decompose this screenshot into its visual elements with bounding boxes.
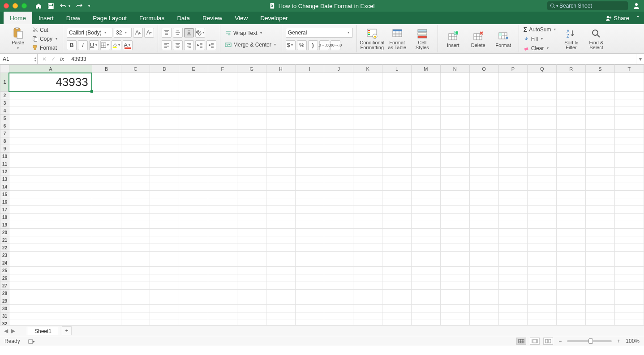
cell-K30[interactable] (353, 305, 382, 312)
align-bottom-icon[interactable] (184, 28, 194, 38)
cell-P10[interactable] (498, 153, 528, 160)
cell-D18[interactable] (150, 214, 179, 221)
cell-N11[interactable] (440, 160, 469, 168)
cell-Q8[interactable] (528, 137, 557, 145)
cell-D24[interactable] (150, 259, 179, 267)
cell-O12[interactable] (469, 168, 498, 175)
cell-R27[interactable] (557, 282, 586, 290)
cell-J17[interactable] (324, 206, 353, 214)
cell-O3[interactable] (469, 99, 498, 107)
cell-N26[interactable] (440, 274, 469, 282)
cell-I9[interactable] (295, 145, 324, 153)
decrease-decimal-icon[interactable]: .00→.0 (331, 40, 340, 50)
collapse-ribbon-icon[interactable]: ⌃ (635, 15, 640, 21)
cell-G29[interactable] (237, 297, 266, 305)
cell-E4[interactable] (179, 107, 208, 115)
cell-T10[interactable] (614, 153, 644, 160)
row-header-22[interactable]: 22 (0, 244, 9, 252)
col-header-N[interactable]: N (440, 65, 469, 73)
cell-Q30[interactable] (528, 305, 557, 312)
cell-Q27[interactable] (528, 282, 557, 290)
cell-J5[interactable] (324, 115, 353, 122)
cell-E1[interactable] (179, 73, 208, 92)
cell-E27[interactable] (179, 282, 208, 290)
cell-F13[interactable] (208, 175, 237, 183)
cell-G9[interactable] (237, 145, 266, 153)
cell-I30[interactable] (295, 305, 324, 312)
cell-S32[interactable] (586, 320, 615, 325)
cell-C30[interactable] (121, 305, 150, 312)
cell-D5[interactable] (150, 115, 179, 122)
cell-L5[interactable] (382, 115, 412, 122)
cell-I19[interactable] (295, 221, 324, 229)
cell-P25[interactable] (498, 267, 528, 274)
spreadsheet-grid[interactable]: ABCDEFGHIJKLMNOPQRST14393323456789101112… (0, 64, 644, 325)
currency-icon[interactable]: $▾ (286, 40, 296, 50)
cell-B11[interactable] (92, 160, 121, 168)
cell-G21[interactable] (237, 236, 266, 244)
cell-S14[interactable] (586, 183, 615, 191)
cell-D1[interactable] (150, 73, 179, 92)
cell-J3[interactable] (324, 99, 353, 107)
cell-A17[interactable] (9, 206, 92, 214)
cell-G31[interactable] (237, 312, 266, 320)
cell-L30[interactable] (382, 305, 412, 312)
cell-P15[interactable] (498, 191, 528, 198)
fx-icon[interactable]: fx (60, 56, 64, 62)
merge-center-button[interactable]: Merge & Center▾ (224, 41, 278, 49)
cell-P12[interactable] (498, 168, 528, 175)
cell-L24[interactable] (382, 259, 412, 267)
cell-G32[interactable] (237, 320, 266, 325)
cell-P20[interactable] (498, 229, 528, 236)
cell-A8[interactable] (9, 137, 92, 145)
cell-G2[interactable] (237, 92, 266, 99)
cell-C16[interactable] (121, 198, 150, 206)
cell-P32[interactable] (498, 320, 528, 325)
cell-styles-button[interactable]: Cell Styles (411, 26, 434, 52)
fill-color-button[interactable]: ▾ (112, 40, 121, 50)
cell-Q24[interactable] (528, 259, 557, 267)
cell-N13[interactable] (440, 175, 469, 183)
cell-Q17[interactable] (528, 206, 557, 214)
cell-P29[interactable] (498, 297, 528, 305)
cell-M6[interactable] (411, 122, 440, 130)
cell-E26[interactable] (179, 274, 208, 282)
cell-A16[interactable] (9, 198, 92, 206)
expand-formula-bar-icon[interactable]: ▾ (636, 54, 644, 64)
cell-B25[interactable] (92, 267, 121, 274)
row-header-27[interactable]: 27 (0, 282, 9, 290)
cell-H14[interactable] (266, 183, 295, 191)
cell-P14[interactable] (498, 183, 528, 191)
cell-H12[interactable] (266, 168, 295, 175)
row-header-19[interactable]: 19 (0, 221, 9, 229)
cell-L8[interactable] (382, 137, 412, 145)
select-all-cell[interactable] (0, 65, 9, 73)
cell-Q1[interactable] (528, 73, 557, 92)
cell-S27[interactable] (586, 282, 615, 290)
zoom-window-icon[interactable] (21, 3, 27, 9)
paste-dropdown-icon[interactable]: ▾ (16, 46, 20, 50)
cell-M17[interactable] (411, 206, 440, 214)
cell-F11[interactable] (208, 160, 237, 168)
cell-N12[interactable] (440, 168, 469, 175)
row-header-26[interactable]: 26 (0, 274, 9, 282)
cell-O17[interactable] (469, 206, 498, 214)
row-header-28[interactable]: 28 (0, 290, 9, 297)
col-header-L[interactable]: L (382, 65, 412, 73)
row-header-15[interactable]: 15 (0, 191, 9, 198)
cell-S16[interactable] (586, 198, 615, 206)
cell-D9[interactable] (150, 145, 179, 153)
col-header-K[interactable]: K (353, 65, 382, 73)
cell-L12[interactable] (382, 168, 412, 175)
cell-R17[interactable] (557, 206, 586, 214)
cell-A26[interactable] (9, 274, 92, 282)
cell-I31[interactable] (295, 312, 324, 320)
sheet-nav-next-icon[interactable]: ▶ (10, 328, 16, 334)
cell-G16[interactable] (237, 198, 266, 206)
cell-T17[interactable] (614, 206, 644, 214)
col-header-J[interactable]: J (324, 65, 353, 73)
cell-H8[interactable] (266, 137, 295, 145)
cell-K9[interactable] (353, 145, 382, 153)
cell-N17[interactable] (440, 206, 469, 214)
cell-P13[interactable] (498, 175, 528, 183)
